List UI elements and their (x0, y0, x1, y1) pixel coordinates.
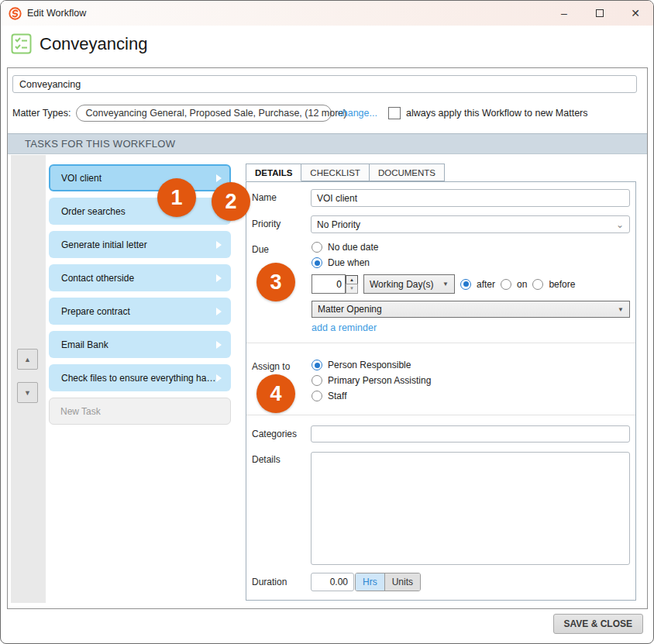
add-reminder-link[interactable]: add a reminder (312, 322, 377, 333)
task-item-voi-client[interactable]: VOI client (49, 164, 231, 191)
assign-to-label: Assign to (252, 361, 290, 372)
details-label: Details (252, 454, 281, 465)
task-item-check-files[interactable]: Check files to ensure everything has... (49, 364, 231, 391)
tasks-body: ▲ ▼ VOI client Order searches Generate i… (8, 155, 647, 608)
radio-selected-icon (460, 279, 471, 290)
radio-icon (532, 279, 543, 290)
staff-radio[interactable]: Staff (312, 391, 346, 401)
tab-details[interactable]: DETAILS (246, 164, 301, 181)
priority-label: Priority (252, 219, 281, 229)
details-textarea[interactable] (311, 452, 630, 565)
edit-workflow-dialog: Edit Workflow – ✕ Conveyancing Matter Ty… (0, 0, 654, 644)
maximize-button[interactable] (582, 1, 618, 26)
task-item-prepare-contract[interactable]: Prepare contract (49, 298, 231, 325)
radio-selected-icon (312, 360, 322, 370)
before-radio[interactable]: before (532, 279, 575, 290)
save-and-close-button[interactable]: SAVE & CLOSE (553, 614, 643, 634)
matter-types-label: Matter Types: (12, 108, 71, 119)
person-responsible-radio[interactable]: Person Responsible (312, 360, 411, 370)
annotation-badge-4: 4 (256, 374, 295, 413)
chevron-right-icon (216, 274, 222, 282)
section-divider (246, 415, 635, 415)
smokeball-logo-icon (9, 7, 22, 20)
duration-hrs-toggle[interactable]: Hrs (356, 573, 385, 591)
task-item-contact-otherside[interactable]: Contact otherside (49, 264, 231, 291)
chevron-right-icon (216, 174, 222, 182)
workflow-editor-container: Matter Types: Conveyancing General, Prop… (7, 67, 648, 609)
radio-selected-icon (312, 257, 322, 268)
task-item-order-searches[interactable]: Order searches (49, 198, 231, 225)
titlebar: Edit Workflow – ✕ (1, 1, 653, 26)
chevron-right-icon (216, 308, 222, 315)
name-label: Name (252, 192, 277, 203)
always-apply-checkbox[interactable] (388, 107, 401, 119)
chevron-right-icon (216, 341, 222, 349)
always-apply-label: always apply this Workflow to new Matter… (406, 108, 588, 119)
annotation-badge-1: 1 (157, 178, 196, 217)
arrow-down-icon: ▼ (24, 389, 31, 397)
window-title: Edit Workflow (27, 8, 86, 19)
radio-icon (312, 375, 322, 386)
task-list: VOI client Order searches Generate initi… (49, 164, 231, 431)
task-name-input[interactable] (311, 189, 630, 207)
arrow-up-icon: ▲ (24, 356, 31, 363)
after-radio[interactable]: after (460, 279, 495, 290)
tasks-section-header: TASKS FOR THIS WORKFLOW (8, 133, 647, 154)
task-item-generate-initial-letter[interactable]: Generate initial letter (49, 231, 231, 258)
task-reorder-strip (11, 155, 46, 603)
new-task-item[interactable]: New Task (49, 398, 231, 425)
dropdown-arrow-icon: ▼ (618, 306, 624, 313)
matter-types-value[interactable]: Conveyancing General, Proposed Sale, Pur… (76, 105, 332, 122)
chevron-right-icon (216, 374, 222, 382)
minimize-button[interactable]: – (546, 1, 582, 26)
task-item-email-bank[interactable]: Email Bank (49, 331, 231, 358)
move-task-down-button[interactable]: ▼ (17, 382, 38, 403)
duration-label: Duration (252, 577, 287, 587)
categories-input[interactable] (311, 425, 630, 443)
details-tab-bar: DETAILS CHECKLIST DOCUMENTS (246, 164, 444, 181)
priority-select[interactable]: No Priority ⌄ (311, 215, 630, 233)
on-radio[interactable]: on (501, 279, 527, 290)
annotation-badge-2: 2 (212, 182, 250, 221)
move-task-up-button[interactable]: ▲ (17, 349, 38, 370)
due-offset-input[interactable] (312, 274, 346, 294)
primary-person-assisting-radio[interactable]: Primary Person Assisting (312, 375, 431, 386)
categories-label: Categories (252, 429, 297, 439)
workflow-name-input[interactable] (12, 75, 637, 93)
due-unit-dropdown[interactable]: Working Day(s) ▼ (363, 274, 455, 294)
duration-input[interactable] (311, 573, 354, 591)
section-divider (246, 343, 635, 343)
workflow-checklist-icon (11, 33, 32, 54)
duration-unit-toggle: Hrs Units (355, 573, 421, 591)
maximize-icon (596, 9, 604, 17)
dropdown-arrow-icon: ▼ (442, 281, 449, 288)
due-when-radio[interactable]: Due when (312, 257, 370, 268)
spinner-down-button[interactable]: ▼ (346, 284, 358, 294)
annotation-badge-3: 3 (256, 263, 295, 301)
duration-units-toggle[interactable]: Units (385, 573, 420, 591)
task-details-panel: Name Priority No Priority ⌄ Due No due d… (246, 181, 636, 601)
tab-documents[interactable]: DOCUMENTS (369, 164, 445, 181)
page-title: Conveyancing (40, 34, 147, 54)
due-label: Due (252, 244, 269, 255)
radio-icon (312, 242, 322, 253)
due-anchor-dropdown[interactable]: Matter Opening ▼ (312, 301, 630, 318)
radio-icon (501, 279, 511, 290)
close-button[interactable]: ✕ (618, 1, 653, 26)
radio-icon (312, 391, 322, 401)
tab-checklist[interactable]: CHECKLIST (301, 164, 370, 181)
chevron-down-icon: ⌄ (616, 219, 624, 230)
no-due-date-radio[interactable]: No due date (312, 242, 378, 253)
change-matter-types-link[interactable]: change... (338, 108, 377, 119)
chevron-right-icon (216, 241, 222, 249)
